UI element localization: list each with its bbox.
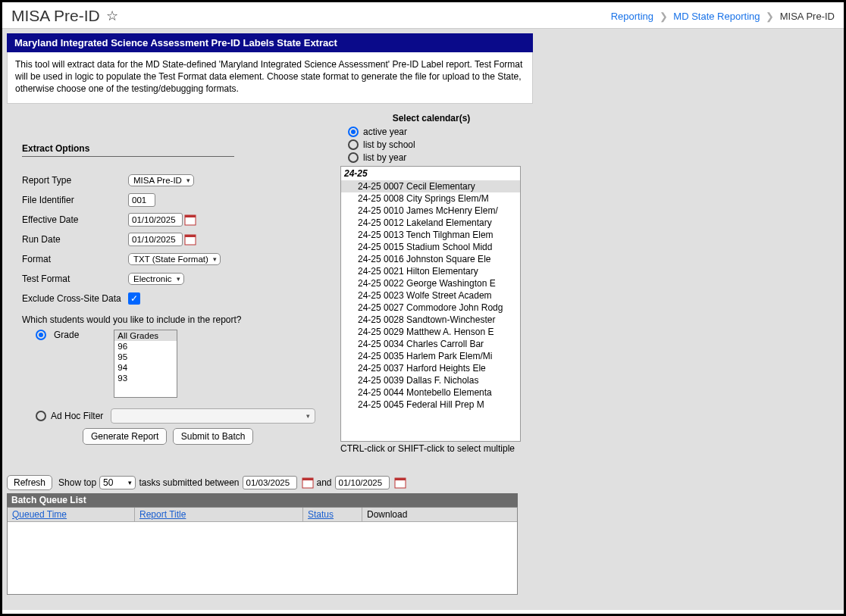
calendar-icon[interactable] [184,233,196,245]
calendar-item[interactable]: 24-25 0028 Sandtown-Winchester [341,314,520,326]
calendar-item[interactable]: 24-25 0022 George Washington E [341,277,520,289]
show-top-value: 50 [103,477,113,488]
favorite-star-icon[interactable]: ☆ [106,8,118,24]
svg-rect-7 [395,478,406,480]
breadcrumb-current: MISA Pre-ID [780,11,835,22]
calendar-item[interactable]: 24-25 0015 Stadium School Midd [341,241,520,253]
and-label: and [317,477,332,488]
grade-label: Grade [54,330,79,340]
exclude-cross-site-label: Exclude Cross-Site Data [22,293,128,304]
exclude-cross-site-checkbox[interactable]: ✓ [128,292,140,305]
calendar-icon[interactable] [184,214,196,226]
grade-option[interactable]: 96 [114,341,177,352]
select-calendars-heading: Select calendar(s) [340,113,522,124]
grade-radio[interactable] [36,330,46,340]
col-report-title[interactable]: Report Title [135,508,303,521]
col-download: Download [362,508,517,521]
list-by-year-label: list by year [363,152,406,163]
calendar-icon[interactable] [394,477,406,489]
chevron-right-icon: ❯ [766,11,774,22]
adhoc-filter-select[interactable]: ▾ [111,408,315,424]
tasks-between-label: tasks submitted between [139,477,239,488]
multiselect-hint: CTRL-click or SHIFT-click to select mult… [340,443,522,454]
calendar-item[interactable]: 24-25 0027 Commodore John Rodg [341,302,520,314]
effective-date-label: Effective Date [22,214,128,225]
batch-date-to-input[interactable] [335,476,390,489]
grade-option-all[interactable]: All Grades [114,330,177,341]
calendar-item[interactable]: 24-25 0010 James McHenry Elem/ [341,205,520,217]
page-title: MISA Pre-ID [11,7,100,25]
calendar-item[interactable]: 24-25 0035 Harlem Park Elem/Mi [341,350,520,362]
calendar-item[interactable]: 24-25 0039 Dallas F. Nicholas [341,374,520,386]
file-identifier-input[interactable] [128,193,155,207]
run-date-label: Run Date [22,234,128,245]
grade-option[interactable]: 94 [114,362,177,373]
chevron-down-icon: ▾ [186,177,190,184]
report-type-value: MISA Pre-ID [133,176,182,185]
refresh-button[interactable]: Refresh [7,475,52,490]
grade-option[interactable]: 95 [114,352,177,362]
breadcrumb-md-state-reporting[interactable]: MD State Reporting [673,11,760,22]
extract-options-heading: Extract Options [22,143,234,157]
calendar-item[interactable]: 24-25 0023 Wolfe Street Academ [341,289,520,302]
active-year-label: active year [363,127,407,137]
generate-report-button[interactable]: Generate Report [83,428,167,445]
breadcrumb-reporting[interactable]: Reporting [611,11,653,22]
calendar-item[interactable]: 24-25 0037 Harford Heights Ele [341,362,520,374]
list-by-school-label: list by school [363,139,415,150]
adhoc-filter-label: Ad Hoc Filter [51,411,103,421]
report-type-select[interactable]: MISA Pre-ID ▾ [128,174,194,186]
calendar-item[interactable]: 24-25 0034 Charles Carroll Bar [341,338,520,350]
test-format-select[interactable]: Electronic ▾ [128,273,184,285]
grade-option[interactable]: 93 [114,373,177,383]
description-text: This tool will extract data for the MD S… [7,52,533,104]
svg-rect-5 [302,478,313,480]
grade-listbox[interactable]: All Grades 96 95 94 93 [114,330,177,398]
calendar-item[interactable]: 24-25 0008 City Springs Elem/M [341,192,520,205]
calendar-item[interactable]: 24-25 0016 Johnston Square Ele [341,253,520,265]
calendar-year-header: 24-25 [341,167,520,180]
batch-queue-heading: Batch Queue List [7,493,518,507]
chevron-right-icon: ❯ [660,11,668,22]
format-select[interactable]: TXT (State Format) ▾ [128,253,221,265]
svg-rect-1 [185,215,196,217]
calendar-item[interactable]: 24-25 0029 Matthew A. Henson E [341,326,520,338]
calendar-item[interactable]: 24-25 0045 Federal Hill Prep M [341,399,520,411]
test-format-label: Test Format [22,274,128,284]
adhoc-filter-radio[interactable] [36,411,46,421]
col-queued-time[interactable]: Queued Time [8,508,135,521]
test-format-value: Electronic [133,274,172,283]
calendar-item[interactable]: 24-25 0044 Montebello Elementa [341,386,520,399]
batch-date-from-input[interactable] [243,476,297,489]
format-label: Format [22,254,128,264]
include-students-question: Which students would you like to include… [22,314,325,325]
report-type-label: Report Type [22,175,128,186]
chevron-down-icon: ▾ [213,255,217,263]
active-year-radio[interactable] [348,127,359,137]
show-top-select[interactable]: 50 ▾ [99,476,136,489]
calendar-item[interactable]: 24-25 0013 Tench Tilghman Elem [341,229,520,241]
chevron-down-icon: ▾ [128,479,132,486]
calendar-item[interactable]: 24-25 0012 Lakeland Elementary [341,217,520,229]
show-top-label: Show top [58,477,96,488]
section-subtitle: Maryland Integrated Science Assessment P… [7,33,533,52]
breadcrumb: Reporting ❯ MD State Reporting ❯ MISA Pr… [611,11,835,22]
calendar-item[interactable]: 24-25 0021 Hilton Elementary [341,265,520,277]
format-value: TXT (State Format) [133,255,208,264]
col-status[interactable]: Status [303,508,362,521]
submit-to-batch-button[interactable]: Submit to Batch [173,428,254,445]
file-identifier-label: File Identifier [22,195,128,205]
effective-date-input[interactable] [128,213,183,227]
list-by-school-radio[interactable] [348,139,359,150]
svg-rect-3 [185,235,196,237]
run-date-input[interactable] [128,233,183,246]
list-by-year-radio[interactable] [348,152,359,163]
calendar-item[interactable]: 24-25 0007 Cecil Elementary [341,180,520,192]
chevron-down-icon: ▾ [177,275,180,283]
batch-queue-table: Queued Time Report Title Status Download [7,507,518,595]
calendar-listbox[interactable]: 24-25 24-25 0007 Cecil Elementary24-25 0… [340,166,521,442]
calendar-icon[interactable] [302,477,314,489]
